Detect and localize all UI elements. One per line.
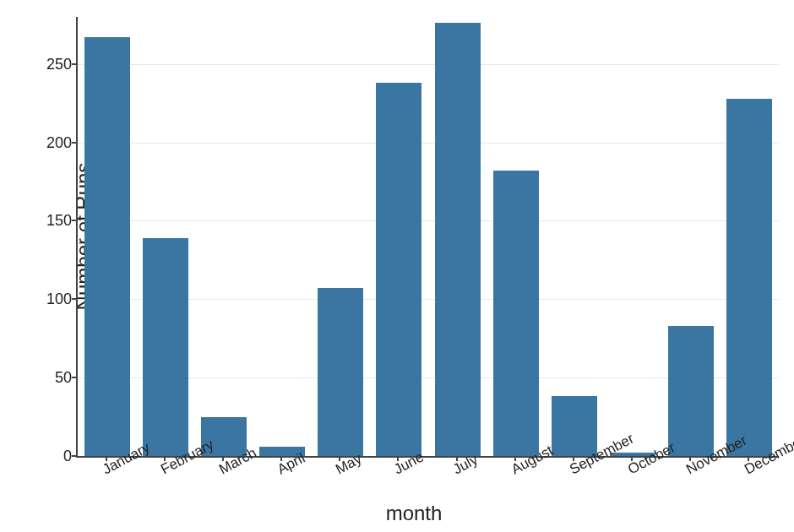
x-tick-label: May	[333, 459, 348, 478]
x-tick-label: March	[216, 459, 231, 478]
x-tick-label: February	[158, 459, 173, 478]
bar	[376, 83, 421, 456]
x-tick-label: June	[392, 459, 407, 478]
bar	[318, 288, 363, 456]
x-tick-label: April	[275, 459, 290, 478]
y-tick-label: 50	[30, 369, 72, 387]
y-tick-mark	[72, 455, 77, 457]
bar	[143, 238, 188, 456]
y-tick-label: 100	[30, 290, 72, 308]
y-tick-mark	[72, 220, 77, 221]
chart-container: Number of Runs month 050100150200250Janu…	[0, 0, 794, 532]
plot-area	[76, 17, 779, 458]
x-tick-label: January	[100, 459, 115, 478]
x-tick-label: December	[742, 459, 758, 478]
x-axis-label: month	[386, 502, 443, 525]
y-tick-label: 250	[30, 55, 72, 73]
bar	[493, 171, 539, 456]
gridline	[78, 64, 779, 65]
gridline	[78, 220, 779, 221]
x-tick-label: November	[683, 459, 699, 478]
x-tick-label: October	[625, 459, 640, 478]
bar	[726, 99, 772, 456]
y-tick-label: 200	[30, 133, 72, 151]
x-tick-label: September	[567, 459, 582, 478]
bar	[668, 326, 714, 456]
x-tick-label: August	[508, 459, 524, 478]
y-tick-mark	[72, 142, 77, 144]
y-tick-mark	[72, 298, 77, 300]
y-tick-label: 0	[30, 448, 72, 465]
y-tick-mark	[72, 377, 77, 378]
bar	[435, 23, 481, 456]
gridline	[78, 143, 779, 144]
y-tick-label: 150	[30, 212, 72, 230]
y-tick-mark	[72, 63, 77, 65]
x-tick-label: July	[450, 459, 465, 478]
bar	[84, 37, 130, 456]
bar	[552, 396, 597, 456]
